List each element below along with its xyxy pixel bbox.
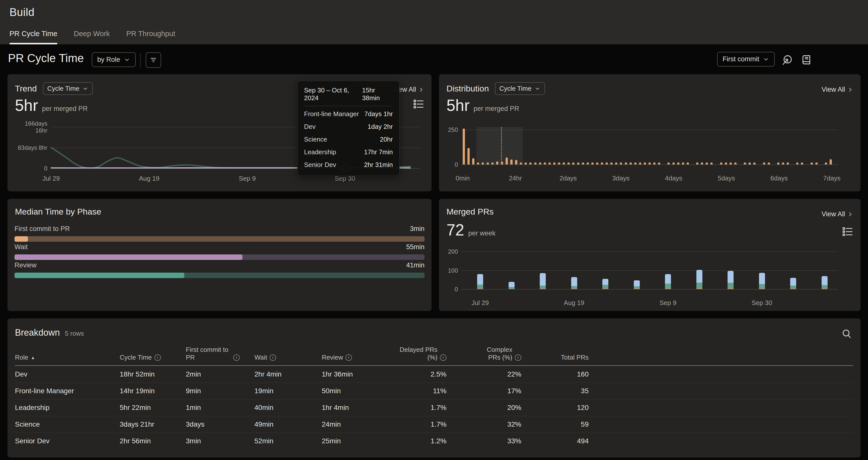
tab-pr-cycle-time[interactable]: PR Cycle Time [9,30,57,44]
app-header: Build PR Cycle TimeDeep WorkPR Throughpu… [0,0,868,44]
distribution-bar [629,162,632,164]
chevron-down-icon [763,56,769,63]
info-icon[interactable]: i [440,354,446,361]
merged-bar [727,271,734,289]
distribution-bar [782,162,784,164]
column-header-delayed-prs-[interactable]: Delayed PRs (%)i [397,346,446,361]
table-row[interactable]: Science3days 21hr3days49min24min1.7%32%5… [15,416,853,433]
tooltip-row-value: 17hr 7min [364,148,393,156]
distribution-bar [649,162,651,164]
trend-metric-dropdown[interactable]: Cycle Time [43,82,93,95]
merged-bar-segment-bottom [696,288,702,289]
merged-bar-segment-bottom [822,289,828,289]
merged-bar-segment-bottom [665,289,671,289]
distribution-bar [825,162,827,164]
merged-prs-title: Merged PRs [446,207,494,217]
info-icon[interactable]: i [270,354,276,361]
info-icon[interactable]: i [515,354,521,361]
merged-x-tick: Aug 19 [564,299,584,307]
table-cell: 3days [186,420,254,428]
info-icon[interactable]: i [233,354,240,361]
chevron-right-icon [847,87,854,93]
group-by-dropdown[interactable]: by Role [92,52,136,67]
merged-bar [790,278,796,289]
book-icon [801,54,812,65]
info-icon[interactable]: i [154,354,161,361]
tab-deep-work[interactable]: Deep Work [74,30,110,44]
table-row[interactable]: Leadership5hr 22min1min40min1hr 4min1.7%… [15,399,853,416]
distribution-bar [477,162,479,164]
breakdown-search-button[interactable] [841,328,852,339]
merged-bar-segment-top [508,282,515,287]
merged-bar-segment-top [540,273,546,286]
table-row[interactable]: Front-line Manager14hr 19min9min19min50m… [15,383,853,399]
section-title: PR Cycle Time [8,51,84,65]
phase-bar-track [14,273,425,278]
page-title: Build [9,6,34,19]
distribution-view-all-link[interactable]: View All [822,86,854,93]
merged-prs-view-all-link[interactable]: View All [822,210,854,218]
table-cell: 9min [186,387,254,395]
merged-prs-card: Merged PRs View All 72 per week 2001000J… [439,199,861,311]
sort-asc-icon: ▲ [31,355,35,360]
distribution-bar [673,162,675,164]
table-cell: 24min [322,420,397,428]
distribution-bar [734,162,737,164]
merged-bar-segment-bottom [790,289,796,289]
distribution-bar [620,162,622,164]
distribution-bar [553,162,555,164]
merged-bar-segment-top [634,280,640,286]
tooltip-row: Science20hr [304,133,393,146]
tab-pr-throughput[interactable]: PR Throughput [126,30,175,44]
breakdown-header-row: Role▲Cycle TimeiFirst commit to PRiWaiti… [15,346,853,366]
distribution-bar [701,162,703,164]
column-header-cycle-time[interactable]: Cycle Timei [120,354,186,361]
distribution-bar [768,162,770,164]
median-phase-card: Median Time by Phase First commit to PR3… [7,199,432,311]
table-row[interactable]: Dev18hr 52min2min2hr 4min1hr 36min2.5%22… [15,366,853,383]
column-header-total-prs[interactable]: Total PRs [521,354,589,361]
table-row[interactable]: Senior Dev2hr 56min3min52min25min1.2%33%… [15,433,853,449]
merged-prs-legend-button[interactable] [842,227,853,237]
phase-label-row: Review41min [14,261,425,269]
merged-bar-segment-bottom [571,289,577,289]
distribution-bar [639,162,641,164]
table-cell: 494 [521,437,589,445]
trend-legend-button[interactable] [413,99,424,109]
toolbar-divider [140,53,141,67]
docs-button[interactable] [801,54,812,65]
merged-bar-segment-top [477,274,483,285]
column-header-wait[interactable]: Waiti [254,354,322,361]
distribution-bar [720,162,722,164]
distribution-metric-dropdown[interactable]: Cycle Time [495,82,545,95]
column-header-complex-prs-[interactable]: Complex PRs (%)i [446,346,521,361]
distribution-bar [682,162,684,164]
column-header-label: Cycle Time [120,354,152,361]
column-header-review[interactable]: Reviewi [322,354,397,361]
table-cell: 33% [446,437,521,445]
merged-bar [759,273,765,289]
event-select-dropdown[interactable]: First commit [717,52,775,67]
phase-value: 3min [410,225,425,233]
table-cell: 17% [446,387,521,395]
info-icon[interactable]: i [345,354,352,361]
table-cell: Leadership [15,404,120,412]
column-header-label: Delayed PRs (%) [397,346,437,361]
chevron-right-icon [418,87,425,93]
distribution-bar [787,162,789,164]
table-cell: 160 [521,370,589,378]
table-cell: 2.5% [397,370,446,378]
distribution-metric-label: Cycle Time [499,85,531,93]
table-cell: 2hr 56min [120,437,186,445]
column-header-first-commit-to-pr[interactable]: First commit to PRi [186,346,254,361]
filter-button[interactable] [146,52,161,68]
trend-y-tick: 0 [12,165,48,172]
phase-label-row: First commit to PR3min [14,225,425,233]
merged-bar-segment-middle [477,285,483,289]
tooltip-row: Leadership17hr 7min [304,146,393,159]
distribution-bar [796,162,798,164]
feedback-button[interactable] [782,54,793,65]
merged-bar-segment-middle [665,284,671,289]
tooltip-date-range: Sep 30 – Oct 6, 2024 [304,87,362,102]
column-header-role[interactable]: Role▲ [15,354,120,361]
